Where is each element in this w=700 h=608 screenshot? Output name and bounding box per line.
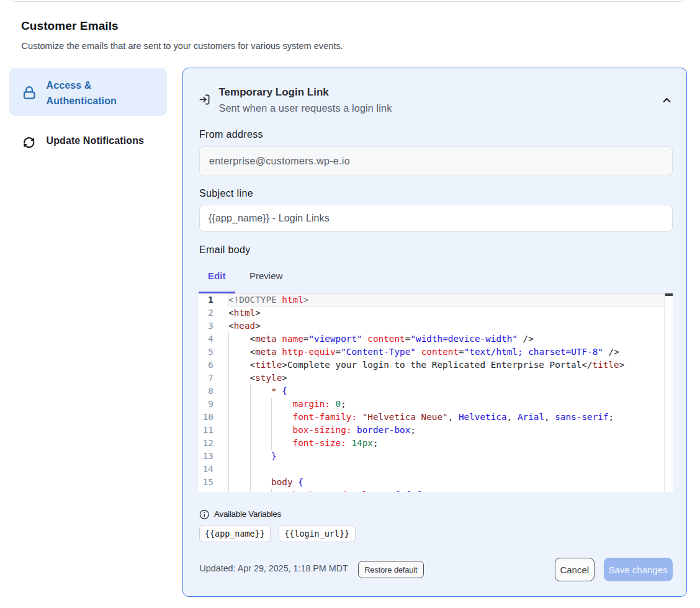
code-line: 14: [199, 463, 673, 476]
code-line: 15 body {: [199, 476, 673, 489]
subject-line-label: Subject line: [199, 188, 253, 199]
available-variables-header: Available Variables: [199, 509, 281, 520]
code-line: 6 <title>Complete your login to the Repl…: [199, 359, 673, 372]
customer-emails-page: Customer Emails Customize the emails tha…: [0, 0, 700, 608]
code-line: 4 <meta name="viewport" content="width=d…: [199, 333, 673, 346]
indent-guide: [250, 463, 251, 476]
save-changes-button[interactable]: Save changes: [604, 558, 673, 581]
variable-chip-app-name[interactable]: {{app_name}}: [199, 525, 271, 542]
page-title: Customer Emails: [21, 19, 119, 33]
available-variables-label: Available Variables: [214, 509, 281, 519]
from-address-label: From address: [199, 129, 263, 140]
panel-subtitle: Sent when a user requests a login link: [219, 102, 392, 114]
sidebar-item-access-authentication[interactable]: Access & Authentication: [9, 68, 168, 116]
code-line: 9 margin: 0;: [199, 398, 673, 411]
line-number: 12: [199, 437, 230, 450]
sidebar-item-label: Access & Authentication: [47, 78, 152, 109]
tab-edit[interactable]: Edit: [199, 270, 236, 281]
restore-default-button[interactable]: Restore default: [358, 561, 424, 578]
code-line: 3<head>: [199, 320, 673, 333]
tab-preview[interactable]: Preview: [240, 270, 292, 281]
email-settings-card: Temporary Login Link Sent when a user re…: [182, 68, 687, 597]
code-editor[interactable]: 1<!DOCTYPE html>2<html>3<head>4 <meta na…: [199, 293, 673, 493]
info-icon: [199, 509, 210, 520]
editor-tabs: Edit Preview: [199, 267, 293, 284]
line-number: 14: [199, 463, 230, 476]
active-tab-underline: [199, 292, 236, 293]
email-body-label: Email body: [199, 244, 251, 256]
cancel-button[interactable]: Cancel: [555, 558, 595, 581]
line-number: 16: [199, 489, 230, 493]
line-number: 7: [199, 372, 230, 385]
editor-scrollbar-thumb[interactable]: [665, 293, 673, 296]
code-line: 11 box-sizing: border-box;: [199, 424, 673, 437]
code-lines: 1<!DOCTYPE html>2<html>3<head>4 <meta na…: [199, 293, 673, 493]
code-line: 16 background-color: #f5f8f9;: [199, 489, 673, 493]
login-icon: [199, 94, 210, 108]
line-number: 8: [199, 385, 230, 398]
code-line: 7 <style>: [199, 372, 673, 385]
lock-icon: [23, 85, 35, 102]
line-number: 11: [199, 424, 230, 437]
panel-title: Temporary Login Link: [219, 86, 329, 99]
chevron-up-icon[interactable]: [663, 97, 671, 103]
refresh-icon: [22, 136, 36, 152]
sidebar-item-label: Update Notifications: [47, 135, 164, 146]
code-line: 5 <meta http-equiv="Content-Type" conten…: [199, 346, 673, 359]
code-line: 1<!DOCTYPE html>: [199, 293, 673, 306]
editor-scrollbar[interactable]: [664, 293, 673, 493]
page-subtitle: Customize the emails that are sent to yo…: [22, 41, 343, 51]
code-line: 8 * {: [199, 385, 673, 398]
previous-card-bottom-edge: [9, 0, 687, 2]
code-line: 12 font-size: 14px;: [199, 437, 673, 450]
subject-line-value: {{app_name}} - Login Links: [209, 213, 330, 224]
from-address-value: enterprise@customers.wp-e.io: [209, 156, 350, 167]
updated-timestamp: Updated: Apr 29, 2025, 1:18 PM MDT: [200, 563, 348, 573]
line-number: 15: [199, 476, 230, 489]
line-number: 9: [199, 398, 230, 411]
sidebar-item-update-notifications[interactable]: Update Notifications: [9, 126, 168, 158]
line-number: 3: [199, 320, 230, 333]
variable-chips: {{app_name}} {{login_url}}: [199, 525, 356, 542]
line-number: 4: [199, 333, 230, 346]
subject-line-input[interactable]: {{app_name}} - Login Links: [199, 205, 673, 232]
from-address-input[interactable]: enterprise@customers.wp-e.io: [199, 146, 673, 177]
line-number: 10: [199, 411, 230, 424]
code-line: 2<html>: [199, 306, 673, 320]
line-number: 13: [199, 450, 230, 463]
code-line: 10 font-family: "Helvetica Neue", Helvet…: [199, 411, 673, 424]
code-line: 13 }: [199, 450, 673, 463]
line-number: 5: [199, 346, 230, 359]
line-number: 6: [199, 359, 230, 372]
line-number: 1: [199, 293, 230, 306]
variable-chip-login-url[interactable]: {{login_url}}: [279, 525, 356, 542]
line-number: 2: [199, 306, 230, 320]
